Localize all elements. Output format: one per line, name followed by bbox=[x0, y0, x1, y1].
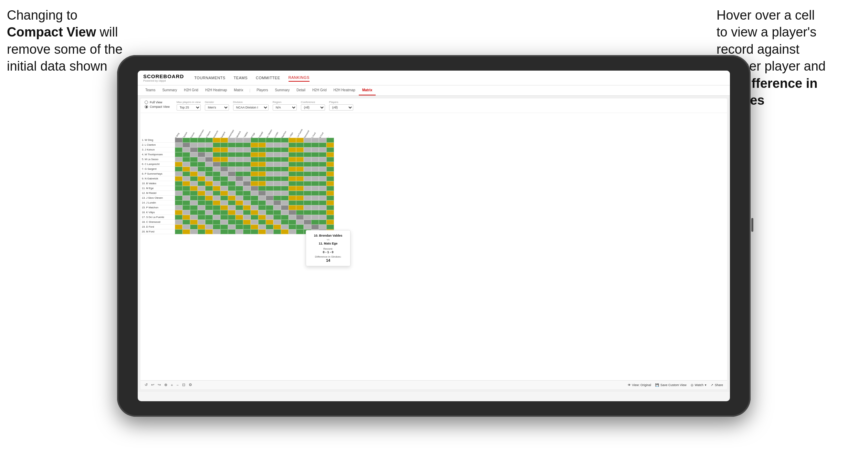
grid-cell-7-14[interactable] bbox=[281, 172, 289, 176]
grid-cell-16-19[interactable] bbox=[319, 215, 326, 220]
grid-cell-6-19[interactable] bbox=[319, 167, 326, 172]
grid-cell-14-7[interactable] bbox=[228, 205, 236, 210]
grid-cell-19-1[interactable] bbox=[182, 229, 190, 234]
grid-cell-15-10[interactable] bbox=[251, 210, 258, 215]
grid-cell-10-17[interactable] bbox=[304, 186, 311, 191]
grid-cell-12-16[interactable] bbox=[296, 196, 304, 200]
grid-cell-16-11[interactable] bbox=[258, 215, 266, 220]
grid-cell-7-7[interactable] bbox=[228, 172, 236, 176]
grid-cell-9-6[interactable] bbox=[220, 181, 228, 186]
fit-icon[interactable]: ⊡ bbox=[182, 383, 185, 387]
grid-cell-2-3[interactable] bbox=[198, 147, 205, 152]
grid-cell-1-1[interactable] bbox=[182, 143, 190, 147]
grid-cell-4-15[interactable] bbox=[289, 157, 296, 162]
grid-cell-14-8[interactable] bbox=[236, 205, 243, 210]
grid-cell-3-12[interactable] bbox=[266, 152, 273, 157]
filter-gender-select[interactable]: Men's bbox=[205, 104, 229, 111]
grid-cell-0-17[interactable] bbox=[304, 138, 311, 143]
grid-cell-2-5[interactable] bbox=[213, 147, 220, 152]
grid-cell-0-19[interactable] bbox=[319, 138, 326, 143]
grid-cell-10-4[interactable] bbox=[205, 186, 213, 191]
grid-cell-0-0[interactable] bbox=[175, 138, 182, 143]
zoom-in-icon[interactable]: + bbox=[171, 383, 173, 387]
grid-cell-7-8[interactable] bbox=[236, 172, 243, 176]
grid-cell-14-10[interactable] bbox=[251, 205, 258, 210]
nav-committee[interactable]: COMMITTEE bbox=[256, 74, 280, 81]
grid-cell-9-0[interactable] bbox=[175, 181, 182, 186]
grid-cell-18-8[interactable] bbox=[236, 225, 243, 229]
grid-cell-17-10[interactable] bbox=[251, 220, 258, 225]
grid-cell-5-11[interactable] bbox=[258, 162, 266, 167]
grid-cell-17-18[interactable] bbox=[311, 220, 319, 225]
grid-cell-2-6[interactable] bbox=[220, 147, 228, 152]
grid-cell-0-6[interactable] bbox=[220, 138, 228, 143]
grid-cell-15-15[interactable] bbox=[289, 210, 296, 215]
grid-cell-6-1[interactable] bbox=[182, 167, 190, 172]
grid-cell-7-3[interactable] bbox=[198, 172, 205, 176]
grid-cell-10-13[interactable] bbox=[273, 186, 281, 191]
grid-cell-10-6[interactable] bbox=[220, 186, 228, 191]
grid-cell-3-14[interactable] bbox=[281, 152, 289, 157]
grid-cell-5-15[interactable] bbox=[289, 162, 296, 167]
grid-cell-17-16[interactable] bbox=[296, 220, 304, 225]
grid-cell-17-0[interactable] bbox=[175, 220, 182, 225]
sub-tab-matrix-2[interactable]: Matrix bbox=[359, 85, 376, 95]
grid-cell-16-4[interactable] bbox=[205, 215, 213, 220]
grid-cell-10-11[interactable] bbox=[258, 186, 266, 191]
grid-cell-8-13[interactable] bbox=[273, 176, 281, 181]
grid-cell-14-20[interactable] bbox=[326, 205, 334, 210]
grid-cell-8-12[interactable] bbox=[266, 176, 273, 181]
grid-cell-16-12[interactable] bbox=[266, 215, 273, 220]
filter-region-select[interactable]: N/A bbox=[273, 104, 297, 111]
grid-cell-5-4[interactable] bbox=[205, 162, 213, 167]
grid-cell-1-15[interactable] bbox=[289, 143, 296, 147]
grid-cell-16-8[interactable] bbox=[236, 215, 243, 220]
grid-cell-7-9[interactable] bbox=[243, 172, 251, 176]
sub-tab-detail[interactable]: Detail bbox=[293, 85, 309, 95]
grid-cell-8-14[interactable] bbox=[281, 176, 289, 181]
grid-cell-6-3[interactable] bbox=[198, 167, 205, 172]
grid-cell-2-7[interactable] bbox=[228, 147, 236, 152]
grid-cell-13-5[interactable] bbox=[213, 200, 220, 205]
grid-cell-18-18[interactable] bbox=[311, 225, 319, 229]
grid-cell-12-20[interactable] bbox=[326, 196, 334, 200]
grid-cell-19-7[interactable] bbox=[228, 229, 236, 234]
grid-cell-17-8[interactable] bbox=[236, 220, 243, 225]
grid-cell-10-16[interactable] bbox=[296, 186, 304, 191]
sub-tab-teams[interactable]: Teams bbox=[142, 85, 159, 95]
grid-cell-16-14[interactable] bbox=[281, 215, 289, 220]
grid-cell-5-8[interactable] bbox=[236, 162, 243, 167]
grid-cell-0-10[interactable] bbox=[251, 138, 258, 143]
grid-cell-8-19[interactable] bbox=[319, 176, 326, 181]
undo2-icon[interactable]: ↩ bbox=[151, 383, 154, 387]
grid-cell-11-15[interactable] bbox=[289, 191, 296, 196]
grid-cell-14-18[interactable] bbox=[311, 205, 319, 210]
grid-cell-19-5[interactable] bbox=[213, 229, 220, 234]
grid-cell-17-12[interactable] bbox=[266, 220, 273, 225]
grid-cell-0-5[interactable] bbox=[213, 138, 220, 143]
grid-cell-11-3[interactable] bbox=[198, 191, 205, 196]
grid-cell-18-2[interactable] bbox=[190, 225, 198, 229]
grid-cell-18-4[interactable] bbox=[205, 225, 213, 229]
grid-cell-16-5[interactable] bbox=[213, 215, 220, 220]
grid-cell-15-18[interactable] bbox=[311, 210, 319, 215]
grid-cell-14-2[interactable] bbox=[190, 205, 198, 210]
grid-cell-13-13[interactable] bbox=[273, 200, 281, 205]
grid-cell-13-8[interactable] bbox=[236, 200, 243, 205]
grid-cell-17-4[interactable] bbox=[205, 220, 213, 225]
grid-cell-6-4[interactable] bbox=[205, 167, 213, 172]
grid-cell-11-11[interactable] bbox=[258, 191, 266, 196]
grid-cell-1-14[interactable] bbox=[281, 143, 289, 147]
grid-cell-12-19[interactable] bbox=[319, 196, 326, 200]
grid-cell-0-8[interactable] bbox=[236, 138, 243, 143]
grid-cell-13-18[interactable] bbox=[311, 200, 319, 205]
grid-cell-18-17[interactable] bbox=[304, 225, 311, 229]
grid-cell-17-3[interactable] bbox=[198, 220, 205, 225]
grid-cell-8-17[interactable] bbox=[304, 176, 311, 181]
grid-cell-4-9[interactable] bbox=[243, 157, 251, 162]
grid-cell-12-4[interactable] bbox=[205, 196, 213, 200]
grid-cell-19-2[interactable] bbox=[190, 229, 198, 234]
grid-cell-18-16[interactable] bbox=[296, 225, 304, 229]
grid-cell-12-8[interactable] bbox=[236, 196, 243, 200]
grid-cell-15-16[interactable] bbox=[296, 210, 304, 215]
